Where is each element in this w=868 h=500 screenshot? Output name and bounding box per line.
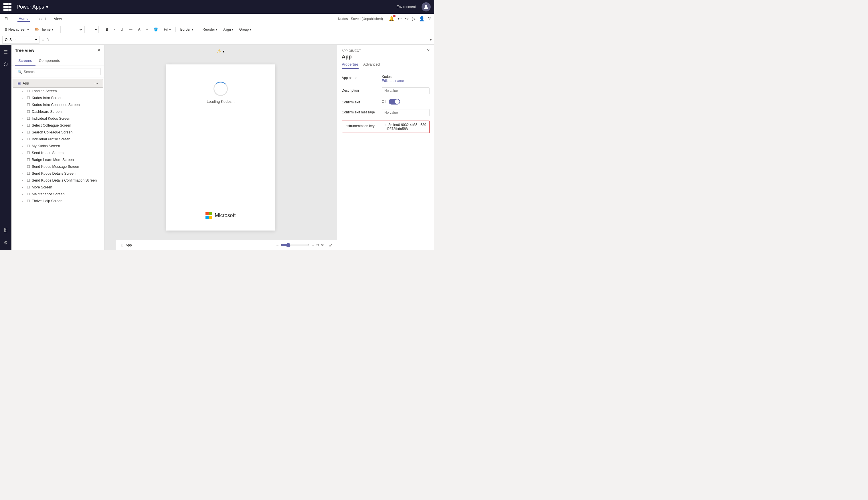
tree-close-button[interactable]: ✕ bbox=[97, 47, 101, 53]
group-button[interactable]: Group ▾ bbox=[237, 26, 254, 33]
tree-search-container: 🔍 bbox=[11, 66, 104, 78]
screen-send-kudos-details-conf[interactable]: › ☐ Send Kudos Details Confirmation Scre… bbox=[18, 177, 104, 184]
expand-canvas-button[interactable]: ⤢ bbox=[329, 243, 332, 247]
screen-icon-my-kudos: ☐ bbox=[27, 144, 30, 148]
chevron-send-kudos-details: › bbox=[22, 172, 25, 175]
tree-tabs: Screens Components bbox=[11, 56, 104, 66]
screen-individual-kudos[interactable]: › ☐ Individual Kudos Screen bbox=[18, 115, 104, 122]
ms-grid-icon bbox=[206, 212, 212, 219]
screen-send-kudos-details[interactable]: › ☐ Send Kudos Details Screen bbox=[18, 170, 104, 177]
environment-label: Environment bbox=[397, 5, 416, 9]
fill-button[interactable]: Fill ▾ bbox=[161, 26, 173, 33]
confirm-exit-switch[interactable] bbox=[389, 99, 400, 104]
user-settings-icon[interactable]: 👤 bbox=[419, 16, 425, 22]
screen-search-colleague[interactable]: › ☐ Search Colleague Screen bbox=[18, 129, 104, 136]
tab-screens[interactable]: Screens bbox=[15, 56, 35, 66]
prop-row-confirm-exit: Confirm exit Off bbox=[342, 99, 430, 104]
zoom-slider[interactable] bbox=[281, 243, 309, 247]
app-title-text: Power Apps bbox=[16, 4, 44, 10]
app-title-chevron[interactable]: ▾ bbox=[46, 4, 48, 10]
notifications-icon[interactable]: 🔔 bbox=[389, 16, 394, 22]
bold-button[interactable]: B bbox=[104, 26, 111, 33]
chevron-thrive-help: › bbox=[22, 200, 25, 203]
screen-send-kudos-msg[interactable]: › ☐ Send Kudos Message Screen bbox=[18, 163, 104, 170]
screen-more[interactable]: › ☐ More Screen bbox=[18, 184, 104, 191]
search-input[interactable] bbox=[24, 70, 98, 74]
screen-icon-select-colleague: ☐ bbox=[27, 123, 30, 127]
font-color-button[interactable]: A bbox=[136, 26, 142, 33]
new-screen-button[interactable]: ⊞ New screen ▾ bbox=[2, 26, 31, 33]
italic-button[interactable]: / bbox=[112, 26, 117, 33]
screen-send-kudos-details-label: Send Kudos Details Screen bbox=[32, 172, 75, 175]
tab-properties[interactable]: Properties bbox=[342, 62, 359, 69]
zoom-out-button[interactable]: − bbox=[276, 243, 279, 247]
strikethrough-button[interactable]: — bbox=[127, 26, 134, 33]
screen-my-kudos[interactable]: › ☐ My Kudos Screen bbox=[18, 143, 104, 149]
property-select[interactable]: OnStart ▾ bbox=[2, 36, 39, 44]
warning-chevron[interactable]: ▾ bbox=[223, 49, 225, 54]
zoom-in-button[interactable]: + bbox=[312, 243, 314, 247]
help-button[interactable]: ? bbox=[427, 48, 430, 53]
screen-thrive-help[interactable]: › ☐ Thrive Help Screen bbox=[18, 197, 104, 204]
chevron-maintenance: › bbox=[22, 193, 25, 196]
menu-insert[interactable]: Insert bbox=[35, 16, 47, 22]
screen-icon-send-kudos: ☐ bbox=[27, 151, 30, 155]
user-avatar[interactable] bbox=[422, 2, 431, 11]
components-icon[interactable]: ⚙ bbox=[1, 238, 10, 248]
screen-maintenance-label: Maintenance Screen bbox=[32, 192, 65, 196]
app-name-label: App name bbox=[342, 75, 382, 80]
screen-select-colleague[interactable]: › ☐ Select Colleague Screen bbox=[18, 122, 104, 129]
screen-kudos-intro[interactable]: › ☐ Kudos Intro Screen bbox=[18, 94, 104, 101]
screen-individual-profile[interactable]: › ☐ Individual Profile Screen bbox=[18, 136, 104, 143]
screen-send-kudos-msg-label: Send Kudos Message Screen bbox=[32, 164, 79, 169]
screen-loading-label: Loading Screen bbox=[32, 89, 57, 93]
app-status: Kudos - Saved (Unpublished) 🔔 ↩ ↪ ▷ 👤 ? bbox=[338, 16, 431, 22]
tab-components[interactable]: Components bbox=[35, 56, 63, 66]
screen-badge-learn[interactable]: › ☐ Badge Learn More Screen bbox=[18, 156, 104, 163]
screen-loading[interactable]: › ☐ Loading Screen bbox=[18, 88, 104, 94]
reorder-button[interactable]: Reorder ▾ bbox=[200, 26, 220, 33]
menu-file[interactable]: File bbox=[3, 16, 12, 22]
layers-icon[interactable]: ⬡ bbox=[1, 59, 10, 69]
app-more-button[interactable]: ··· bbox=[94, 81, 98, 86]
help-icon[interactable]: ? bbox=[428, 16, 431, 22]
instrumentation-value[interactable]: bd8e1ea6-9032-4b85-b539-d2373fbda588 bbox=[385, 123, 427, 131]
undo-icon[interactable]: ↩ bbox=[398, 16, 401, 22]
description-input[interactable] bbox=[382, 87, 430, 94]
screen-send-kudos[interactable]: › ☐ Send Kudos Screen bbox=[18, 149, 104, 156]
loading-spinner bbox=[213, 82, 228, 96]
confirm-exit-msg-input[interactable] bbox=[382, 109, 430, 116]
tab-advanced[interactable]: Advanced bbox=[363, 62, 380, 69]
ms-yellow bbox=[209, 216, 212, 219]
redo-icon[interactable]: ↪ bbox=[405, 16, 409, 22]
screen-icon-send-kudos-details-conf: ☐ bbox=[27, 179, 30, 182]
hamburger-icon[interactable]: ☰ bbox=[1, 47, 10, 57]
font-size-select[interactable] bbox=[84, 26, 99, 33]
formula-expand-icon[interactable]: ▾ bbox=[430, 37, 432, 42]
chevron-send-kudos: › bbox=[22, 151, 25, 155]
screen-kudos-intro-cont[interactable]: › ☐ Kudos Intro Continued Screen bbox=[18, 101, 104, 108]
canvas-app-icon: ⊞ bbox=[120, 243, 124, 247]
ms-red bbox=[206, 212, 209, 215]
paint-bucket-button[interactable]: 🪣 bbox=[151, 26, 160, 33]
screen-maintenance[interactable]: › ☐ Maintenance Screen bbox=[18, 191, 104, 197]
screen-dashboard[interactable]: › ☐ Dashboard Screen bbox=[18, 108, 104, 115]
play-icon[interactable]: ▷ bbox=[412, 16, 415, 22]
app-item[interactable]: ⊞ App ··· bbox=[13, 79, 103, 88]
border-button[interactable]: Border ▾ bbox=[178, 26, 196, 33]
menu-home[interactable]: Home bbox=[17, 16, 30, 22]
tree-header: Tree view ✕ bbox=[11, 45, 104, 56]
underline-button[interactable]: U bbox=[118, 26, 126, 33]
right-panel: APP OBJECT ? App Properties Advanced App… bbox=[337, 45, 434, 250]
new-screen-icon: ⊞ bbox=[4, 27, 8, 32]
data-icon[interactable]: 🗄 bbox=[1, 226, 10, 235]
menu-view[interactable]: View bbox=[52, 16, 63, 22]
align-button[interactable]: Align ▾ bbox=[221, 26, 236, 33]
screen-thrive-help-label: Thrive Help Screen bbox=[32, 199, 62, 203]
edit-app-name-link[interactable]: Edit app name bbox=[382, 79, 404, 83]
font-family-select[interactable] bbox=[60, 26, 83, 33]
text-align-button[interactable]: ≡ bbox=[144, 26, 150, 33]
waffle-icon[interactable] bbox=[3, 3, 11, 11]
theme-button[interactable]: 🎨 Theme ▾ bbox=[32, 26, 55, 33]
formula-input[interactable] bbox=[52, 37, 427, 42]
